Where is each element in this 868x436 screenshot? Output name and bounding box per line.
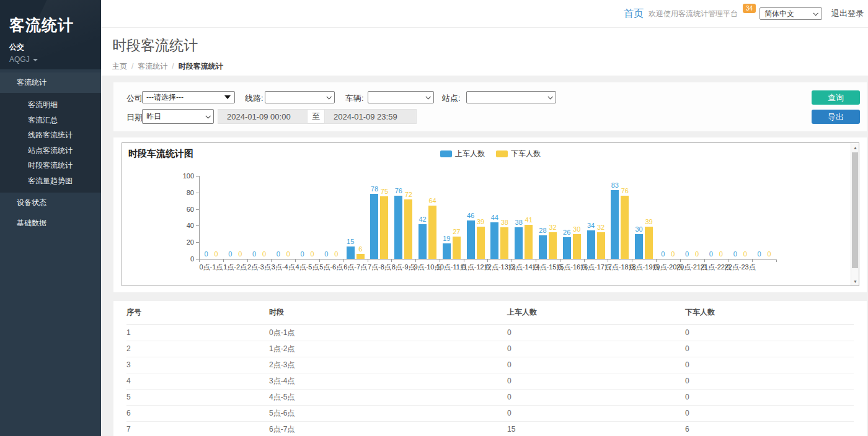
table-row: 21点-2点00	[126, 341, 854, 357]
bar-on[interactable]	[443, 243, 451, 259]
bar-off[interactable]	[477, 227, 485, 259]
bar-value-label: 15	[341, 238, 360, 245]
breadcrumb-item[interactable]: 客流统计	[138, 62, 167, 71]
sidebar-subitem-线路客流统计[interactable]: 线路客流统计	[0, 128, 101, 143]
station-label: 站点:	[442, 93, 461, 104]
x-tick-mark	[752, 259, 753, 262]
logo-area: 客流统计 公交 AQGJ	[0, 0, 101, 69]
bar-off[interactable]	[404, 199, 412, 259]
x-category-label: 1点-2点	[223, 263, 247, 272]
sidebar-subitem-站点客流统计[interactable]: 站点客流统计	[0, 143, 101, 159]
x-tick-mark	[271, 259, 272, 262]
bar-off[interactable]	[380, 196, 388, 259]
bar-on[interactable]	[539, 235, 547, 259]
bar-on[interactable]	[490, 222, 498, 259]
bar-group-0点-1点: 000点-1点	[199, 176, 223, 259]
export-button[interactable]: 导出	[812, 110, 860, 124]
line-label: 线路:	[245, 93, 264, 104]
bar-off[interactable]	[573, 234, 581, 259]
x-tick-mark	[656, 259, 657, 262]
bar-off[interactable]	[500, 227, 508, 259]
table-row: 76点-7点156	[126, 421, 854, 436]
org-code-dropdown[interactable]: AQGJ	[9, 55, 101, 64]
bar-on[interactable]	[563, 237, 571, 259]
chart-plot: 000点-1点001点-2点002点-3点003点-4点004点-5点005点-…	[199, 176, 776, 259]
bar-off[interactable]	[356, 254, 365, 259]
sidebar-subitem-客流汇总[interactable]: 客流汇总	[0, 113, 101, 128]
table-row: 32点-3点00	[126, 357, 854, 373]
y-tick-label: 60	[166, 206, 194, 213]
sidebar-subitem-时段客流统计[interactable]: 时段客流统计	[0, 158, 101, 173]
breadcrumb-separator: /	[131, 62, 133, 71]
bar-on[interactable]	[467, 220, 475, 259]
date-to-input[interactable]: 2024-01-09 23:59	[324, 109, 417, 124]
table-cell: 2	[126, 341, 269, 357]
home-link[interactable]: 首页	[624, 7, 644, 20]
table-cell: 0	[685, 373, 854, 389]
chart-scrollbar[interactable]: ▲ ▼	[851, 143, 859, 286]
scrollbar-thumb[interactable]	[852, 152, 858, 268]
bar-group-21点-22点: 0021点-22点	[704, 176, 728, 259]
x-category-label: 3点-4点	[272, 263, 295, 272]
company-select[interactable]: ---请选择---	[142, 91, 235, 103]
bar-off[interactable]	[597, 232, 605, 259]
table-cell: 5点-6点	[269, 405, 507, 421]
logout-link[interactable]: 退出登录	[831, 8, 864, 19]
bar-group-23点-24点: 00	[752, 176, 776, 259]
bar-off[interactable]	[549, 232, 557, 259]
bar-group-6点-7点: 1566点-7点	[343, 176, 368, 259]
x-tick-mark	[680, 259, 681, 262]
bar-off[interactable]	[453, 237, 461, 259]
bar-on[interactable]	[587, 230, 595, 259]
bar-group-3点-4点: 003点-4点	[271, 176, 295, 259]
legend-item-上车人数[interactable]: 上车人数	[440, 149, 485, 159]
bar-off[interactable]	[621, 196, 629, 259]
bar-on[interactable]	[370, 194, 378, 259]
bar-off[interactable]	[645, 227, 653, 259]
table-cell: 6点-7点	[269, 421, 507, 436]
y-tick-label: 100	[166, 172, 194, 180]
sidebar-item-passenger-stats[interactable]: 客流统计	[0, 72, 101, 93]
x-tick-mark	[368, 259, 368, 262]
x-tick-mark	[464, 259, 464, 262]
chart-box: 时段车流统计图 上车人数下车人数 020406080100 000点-1点001…	[122, 142, 859, 286]
bar-on[interactable]	[515, 227, 523, 259]
table-cell: 15	[507, 421, 685, 436]
table-cell: 4	[126, 373, 269, 389]
table-cell: 7	[126, 421, 269, 436]
legend-item-下车人数[interactable]: 下车人数	[496, 149, 541, 159]
line-select[interactable]	[265, 91, 335, 103]
station-select[interactable]	[466, 91, 556, 103]
vehicle-select[interactable]	[368, 91, 434, 103]
bar-off[interactable]	[428, 206, 436, 259]
bar-group-14点-15点: 283214点-15点	[536, 176, 560, 259]
bar-group-13点-14点: 384113点-14点	[512, 176, 536, 259]
x-tick-mark	[391, 259, 392, 262]
breadcrumb-item[interactable]: 主页	[112, 62, 127, 71]
table-cell: 1	[126, 325, 269, 341]
scrollbar-down-icon[interactable]: ▼	[851, 277, 859, 286]
x-tick-mark	[223, 259, 224, 262]
x-category-label: 22点-23点	[725, 263, 756, 272]
language-select[interactable]: 简体中文	[760, 7, 822, 20]
query-button[interactable]: 查询	[812, 90, 860, 105]
bar-on[interactable]	[635, 234, 643, 259]
sidebar-subitem-客流量趋势图[interactable]: 客流量趋势图	[0, 173, 101, 189]
sidebar-item-device-status[interactable]: 设备状态	[0, 193, 101, 213]
org-name: 公交	[9, 42, 101, 53]
scrollbar-up-icon[interactable]: ▲	[851, 143, 859, 152]
x-category-label: 6点-7点	[343, 263, 367, 272]
date-preset-select[interactable]: 昨日	[142, 109, 214, 124]
bar-off[interactable]	[525, 225, 533, 259]
bar-group-8点-9点: 76728点-9点	[391, 176, 415, 259]
sidebar-subitem-客流明细[interactable]: 客流明细	[0, 97, 101, 113]
table-column-header: 序号	[126, 301, 269, 325]
bar-on[interactable]	[394, 196, 402, 259]
bar-on[interactable]	[418, 224, 427, 259]
x-tick-mark	[487, 259, 488, 262]
sidebar-item-base-data[interactable]: 基础数据	[0, 213, 101, 233]
notification-badge[interactable]: 34	[743, 4, 756, 13]
date-to-separator: 至	[308, 109, 324, 124]
bar-on[interactable]	[611, 190, 619, 259]
date-from-input[interactable]: 2024-01-09 00:00	[218, 109, 308, 124]
